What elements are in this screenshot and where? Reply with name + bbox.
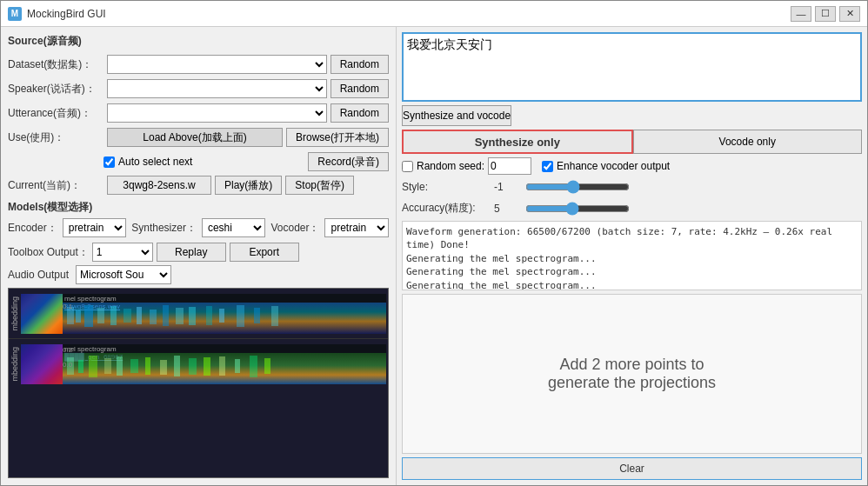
vocoder-select[interactable]: pretrain xyxy=(324,218,389,237)
utterance-random-button[interactable]: Random xyxy=(331,103,389,123)
current-file-button[interactable]: 3qwg8-2sens.w xyxy=(107,176,211,195)
accuracy-label: Accuracy(精度): xyxy=(402,201,489,216)
enhance-group: Enhance vocoder output xyxy=(542,160,670,172)
vocoder-label: Vocoder： xyxy=(270,221,319,236)
options-row: Random seed: Enhance vocoder output xyxy=(402,157,862,175)
utterance-select[interactable] xyxy=(107,103,327,123)
replay-button[interactable]: Replay xyxy=(157,243,226,262)
embedding-label-2: mbedding xyxy=(10,347,19,382)
use-row: Use(使用)： Load Above(加载上面) Browse(打开本地) xyxy=(8,127,389,148)
svg-rect-2 xyxy=(76,310,81,323)
auto-select-label: Auto select next xyxy=(118,156,192,168)
speaker-random-button[interactable]: Random xyxy=(331,79,389,98)
maximize-button[interactable]: ☐ xyxy=(815,6,836,22)
svg-rect-24 xyxy=(145,357,150,375)
svg-rect-6 xyxy=(124,309,131,323)
mel-spectrogram-2: mel spectrogram ████_gen_68967 xyxy=(63,344,386,384)
spectrogram-viz-2 xyxy=(63,353,386,384)
audio-row: Audio Output Microsoft Sou xyxy=(8,265,389,284)
minimize-button[interactable]: — xyxy=(791,6,811,22)
projection-area: Add 2 more points to generate the projec… xyxy=(402,294,862,454)
dataset-random-button[interactable]: Random xyxy=(331,55,389,74)
log-line-3: Generating the mel spectrogram... xyxy=(406,265,858,278)
spectrogram-viz-1 xyxy=(63,303,386,334)
y-tick-2a: 0.2 xyxy=(63,346,72,354)
encoder-label: Encoder： xyxy=(8,221,57,236)
spectrogram-svg-2 xyxy=(63,353,386,384)
dataset-select[interactable] xyxy=(107,55,327,74)
svg-rect-15 xyxy=(254,308,260,323)
spectrogram-svg-1 xyxy=(63,303,386,334)
waveform-item-2: mbedding mel spectrogram ████_gen_68967 xyxy=(9,339,388,389)
toolbox-output-label: Toolbox Output： xyxy=(8,245,89,260)
svg-rect-30 xyxy=(235,359,240,373)
waveform-item-1: mbedding mel spectrogram 3qwg8-2sens.wav xyxy=(9,289,388,339)
encoder-select[interactable]: pretrain xyxy=(63,218,127,237)
synth-vocode-row: Synthesize and vocode xyxy=(402,105,862,126)
vocode-only-button[interactable]: Vocode only xyxy=(633,130,863,154)
svg-rect-29 xyxy=(219,356,225,376)
synthesizer-label: Synthesizer： xyxy=(131,221,197,236)
mel-spectrogram-1: mel spectrogram 3qwg8-2sens.wav xyxy=(63,294,386,334)
log-line-1: Waveform generation: 66500/67200 (batch … xyxy=(406,225,858,252)
app-icon: M xyxy=(8,7,22,21)
dataset-label: Dataset(数据集)： xyxy=(8,57,103,72)
synth-and-vocode-button[interactable]: Synthesize and vocode xyxy=(402,105,511,126)
embedding-label-1: mbedding xyxy=(10,296,19,331)
accuracy-value: 5 xyxy=(494,203,520,215)
utterance-row: Utterance(音频)： Random xyxy=(8,103,389,123)
dataset-row: Dataset(数据集)： Random xyxy=(8,54,389,75)
svg-rect-23 xyxy=(130,359,138,373)
seed-input[interactable] xyxy=(488,157,531,175)
toolbox-output-select[interactable]: 1 xyxy=(92,243,153,262)
main-window: M MockingBird GUI — ☐ ✕ Source(源音频) Data… xyxy=(0,0,868,486)
svg-rect-22 xyxy=(117,356,123,376)
log-line-2: Generating the mel spectrogram... xyxy=(406,252,858,265)
utterance-label: Utterance(音频)： xyxy=(8,106,103,121)
style-label: Style: xyxy=(402,181,489,193)
style-group: Style: -1 xyxy=(402,180,862,194)
close-button[interactable]: ✕ xyxy=(839,6,860,22)
audio-output-select[interactable]: Microsoft Sou xyxy=(76,265,171,284)
main-content: Source(源音频) Dataset(数据集)： Random Speaker… xyxy=(1,27,867,485)
models-header: Models(模型选择) xyxy=(8,200,389,215)
svg-rect-20 xyxy=(89,356,97,377)
svg-rect-28 xyxy=(204,357,210,376)
embedding-chart-1 xyxy=(21,294,63,334)
style-slider[interactable] xyxy=(525,180,630,194)
synthesizer-select[interactable]: ceshi xyxy=(202,218,266,237)
style-value: -1 xyxy=(494,181,520,193)
random-seed-checkbox[interactable] xyxy=(402,161,413,172)
svg-rect-31 xyxy=(250,356,257,377)
enhance-checkbox[interactable] xyxy=(542,161,553,172)
toolbox-row: Toolbox Output： 1 Replay Export xyxy=(8,243,389,262)
source-header: Source(源音频) xyxy=(8,34,389,49)
svg-rect-10 xyxy=(176,308,184,324)
svg-rect-25 xyxy=(160,360,167,375)
log-line-4: Generating the mel spectrogram... xyxy=(406,279,858,290)
accuracy-group: Accuracy(精度): 5 xyxy=(402,201,862,216)
clear-button[interactable]: Clear xyxy=(402,457,862,480)
browse-button[interactable]: Browse(打开本地) xyxy=(286,128,389,147)
current-label: Current(当前)： xyxy=(8,178,103,193)
embedding-chart-2 xyxy=(21,344,63,384)
accuracy-slider[interactable] xyxy=(525,202,630,216)
right-panel: 我爱北京天安门 Synthesize and vocode Synthesize… xyxy=(397,27,867,485)
auto-select-checkbox[interactable] xyxy=(103,156,115,168)
stop-button[interactable]: Stop(暂停) xyxy=(285,176,354,195)
y-axis-1: 0.1 xyxy=(63,303,72,316)
audio-output-label: Audio Output xyxy=(8,269,69,281)
text-input[interactable]: 我爱北京天安门 xyxy=(402,32,862,102)
load-above-button[interactable]: Load Above(加载上面) xyxy=(107,128,283,147)
speaker-select[interactable] xyxy=(107,79,327,98)
export-button[interactable]: Export xyxy=(230,243,299,262)
play-button[interactable]: Play(播放) xyxy=(215,176,282,195)
svg-rect-4 xyxy=(97,308,104,323)
synth-only-button[interactable]: Synthesize only xyxy=(402,130,633,154)
random-seed-group: Random seed: xyxy=(402,157,531,175)
app-title: MockingBird GUI xyxy=(27,8,791,20)
title-bar: M MockingBird GUI — ☐ ✕ xyxy=(1,1,867,27)
waveform-area: mbedding mel spectrogram 3qwg8-2sens.wav xyxy=(8,288,389,478)
y-tick-1: 0.1 xyxy=(63,303,72,310)
record-button[interactable]: Record(录音) xyxy=(308,152,389,171)
